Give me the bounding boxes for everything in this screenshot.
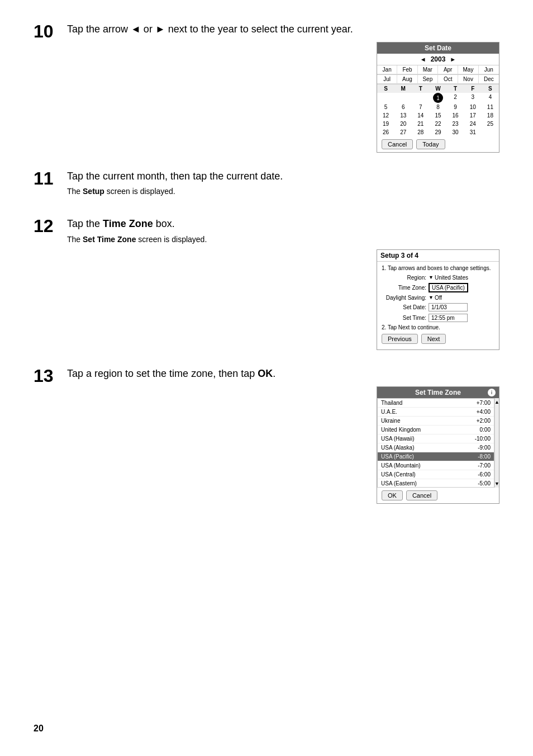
step-13-text: Tap a region to set the time zone, then … [67,367,499,381]
next-button[interactable]: Next [421,334,446,344]
cal-cell[interactable] [377,93,394,103]
cal-cell[interactable]: 14 [412,111,429,120]
tz-row[interactable]: USA (Pacific)-8:00 [378,452,494,461]
cal-cell[interactable]: 25 [482,120,499,128]
tz-row[interactable]: USA (Central)-6:00 [378,470,494,479]
cal-cell[interactable]: 6 [394,103,412,111]
month-mar[interactable]: Mar [418,65,438,74]
cal-cell[interactable]: 8 [429,103,446,111]
cal-cell[interactable]: 5 [377,103,394,111]
cal-cell[interactable]: 27 [394,128,412,136]
tz-offset: +4:00 [477,409,491,415]
month-apr[interactable]: Apr [438,65,458,74]
step-11-text: Tap the current month, then tap the curr… [67,169,499,183]
month-nov[interactable]: Nov [458,75,478,84]
tz-row[interactable]: Ukraine+2:00 [378,417,494,426]
step-12-text-bold: Time Zone [103,218,153,229]
cal-cell[interactable]: 12 [377,111,394,120]
scrollbar[interactable]: ▲ ▼ [494,398,499,488]
year-prev-arrow[interactable]: ◄ [420,56,426,63]
cal-cell[interactable]: 2 [447,93,464,103]
ok-button[interactable]: OK [382,490,403,500]
cal-cell[interactable]: 20 [394,120,412,128]
step-12-content: Tap the Time Zone box. The Set Time Zone… [67,217,499,349]
step-13-content: Tap a region to set the time zone, then … [67,367,499,504]
cal-cell[interactable]: 16 [447,111,464,120]
tz-offset: -9:00 [478,445,491,451]
setup-dialog: Setup 3 of 4 1. Tap arrows and boxes to … [377,249,499,350]
month-oct[interactable]: Oct [438,75,458,84]
step-12: 12 Tap the Time Zone box. The Set Time Z… [34,217,499,349]
time-value-box[interactable]: 12:55 pm [429,314,468,322]
month-jun[interactable]: Jun [479,65,499,74]
cal-cell[interactable]: 13 [394,111,412,120]
cancel-button-tz[interactable]: Cancel [406,490,437,500]
set-date-title: Set Date [377,42,499,54]
cal-cell[interactable]: 24 [464,120,482,128]
month-sep[interactable]: Sep [418,75,438,84]
cal-cell[interactable] [482,128,499,136]
cal-cell[interactable]: 30 [447,128,464,136]
cal-hdr-s1: S [377,84,394,93]
tz-row[interactable]: USA (Eastern)-5:00 [378,479,494,488]
setup-row-time: Set Time: 12:55 pm [382,314,494,322]
info-icon[interactable]: i [488,389,496,396]
tz-offset: -8:00 [478,453,491,460]
today-button[interactable]: Today [416,139,445,149]
date-label: Set Date: [382,304,426,310]
cal-cell[interactable]: 19 [377,120,394,128]
cal-cell[interactable]: 29 [429,128,446,136]
cal-cell[interactable]: 11 [482,103,499,111]
cal-cell[interactable]: 26 [377,128,394,136]
tz-offset: -6:00 [478,471,491,478]
cal-cell[interactable]: 10 [464,103,482,111]
daylight-dropdown[interactable]: ▼ Off [429,295,442,301]
tz-row[interactable]: Thailand+7:00 [378,399,494,408]
daylight-label: Daylight Saving: [382,295,426,301]
step-12-text-start: Tap the [67,218,103,229]
cal-cell[interactable]: 9 [447,103,464,111]
region-dropdown[interactable]: ▼ United States [429,275,468,281]
month-aug[interactable]: Aug [397,75,417,84]
month-feb[interactable]: Feb [397,65,417,74]
cal-day-1[interactable]: 1 [433,93,443,103]
tz-row[interactable]: USA (Hawaii)-10:00 [378,434,494,443]
previous-button[interactable]: Previous [382,334,418,344]
tz-name: United Kingdom [381,427,421,433]
tz-row[interactable]: USA (Mountain)-7:00 [378,461,494,470]
month-jul[interactable]: Jul [377,75,397,84]
region-dropdown-arrow: ▼ [429,275,434,280]
cal-cell[interactable]: 17 [464,111,482,120]
cal-cell[interactable]: 28 [412,128,429,136]
daylight-value: Off [435,295,442,301]
tz-row[interactable]: USA (Alaska)-9:00 [378,443,494,452]
step-11: 11 Tap the current month, then tap the c… [34,169,499,200]
timezone-value-box[interactable]: USA (Pacific) [429,283,468,292]
cal-cell[interactable]: 22 [429,120,446,128]
setup-buttons: Previous Next [382,334,494,346]
tz-list-wrapper: Thailand+7:00U.A.E.+4:00Ukraine+2:00Unit… [377,398,499,488]
date-value-box[interactable]: 1/1/03 [429,303,468,311]
cal-cell[interactable] [412,93,429,103]
cal-cell[interactable]: 31 [464,128,482,136]
cal-cell[interactable]: 23 [447,120,464,128]
month-may[interactable]: May [458,65,478,74]
cal-cell[interactable]: 3 [464,93,482,103]
cal-cell[interactable]: 15 [429,111,446,120]
month-dec[interactable]: Dec [479,75,499,84]
cancel-button[interactable]: Cancel [382,139,413,149]
timezone-title-text: Set Time Zone [415,389,461,396]
month-jan[interactable]: Jan [377,65,397,74]
cal-cell[interactable] [394,93,412,103]
cal-cell-wrap[interactable]: 1 [429,93,446,103]
year-next-arrow[interactable]: ► [450,56,456,63]
cal-hdr-t2: T [447,84,464,93]
tz-row[interactable]: U.A.E.+4:00 [378,408,494,417]
cal-cell[interactable]: 21 [412,120,429,128]
cal-cell[interactable]: 4 [482,93,499,103]
set-date-dialog: Set Date ◄ 2003 ► Jan Feb Mar Apr May Ju… [377,42,499,153]
cal-cell[interactable]: 7 [412,103,429,111]
tz-row[interactable]: United Kingdom0:00 [378,426,494,434]
cal-cell[interactable]: 18 [482,111,499,120]
tz-name: USA (Central) [381,471,416,478]
